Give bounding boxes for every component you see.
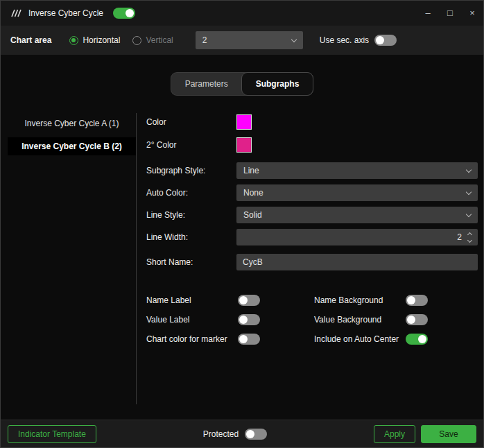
tab-subgraphs[interactable]: Subgraphs — [242, 73, 313, 95]
apply-button[interactable]: Apply — [374, 425, 415, 443]
line-width-row: Line Width: 2 — [146, 229, 478, 245]
chart-area-bar: Chart area Horizontal Vertical 2 Use sec… — [1, 26, 483, 55]
auto-center-label: Include on Auto Center — [314, 334, 406, 344]
protected-toggle[interactable] — [245, 429, 267, 440]
subgraph-style-row: Subgraph Style: Line — [146, 162, 478, 179]
chevron-down-icon — [466, 189, 472, 194]
name-background-toggle[interactable] — [406, 295, 428, 306]
name-label-row: Name Label — [146, 294, 314, 307]
tab-bar: Parameters Subgraphs — [171, 73, 313, 95]
indicator-enabled-toggle[interactable] — [113, 8, 135, 19]
chart-area-label: Chart area — [10, 35, 51, 45]
horizontal-radio-label: Horizontal — [83, 35, 120, 45]
tab-parameters-label: Parameters — [185, 79, 228, 89]
line-style-label: Line Style: — [146, 210, 236, 220]
short-name-label: Short Name: — [146, 257, 236, 267]
value-background-row: Value Background — [314, 313, 478, 326]
chart-number-dropdown[interactable]: 2 — [196, 31, 303, 49]
option-toggles: Name Label Name Background Value Label V… — [146, 294, 478, 345]
line-width-value: 2 — [457, 232, 462, 242]
list-item-cycle-b[interactable]: Inverse Cyber Cycle B (2) — [8, 137, 136, 155]
chevron-up-icon — [467, 232, 472, 236]
indicator-template-button[interactable]: Indicator Template — [8, 425, 96, 443]
window-title: Inverse Cyber Cycle — [28, 8, 103, 18]
subgraph-list: Inverse Cyber Cycle A (1) Inverse Cyber … — [8, 113, 137, 404]
indicator-settings-window: Inverse Cyber Cycle – □ × Chart area Hor… — [0, 0, 484, 448]
color2-label: 2° Color — [146, 140, 236, 150]
subgraph-style-label: Subgraph Style: — [146, 166, 236, 175]
use-sec-axis-toggle[interactable] — [374, 35, 397, 46]
list-item-label: Inverse Cyber Cycle A (1) — [24, 119, 119, 128]
auto-color-value: None — [243, 188, 263, 198]
use-sec-axis-label: Use sec. axis — [320, 35, 369, 45]
color-row: Color — [146, 113, 478, 131]
chart-color-marker-label: Chart color for marker — [146, 334, 238, 344]
list-item-cycle-a[interactable]: Inverse Cyber Cycle A (1) — [8, 114, 136, 132]
subgraphs-content: Inverse Cyber Cycle A (1) Inverse Cyber … — [1, 113, 483, 404]
name-label-toggle[interactable] — [238, 295, 260, 306]
main-area: Parameters Subgraphs Inverse Cyber Cycle… — [1, 55, 483, 420]
value-label-label: Value Label — [146, 315, 238, 325]
chart-color-marker-row: Chart color for marker — [146, 333, 314, 345]
color-swatch[interactable] — [236, 114, 252, 130]
color2-swatch[interactable] — [236, 137, 252, 153]
titlebar: Inverse Cyber Cycle – □ × — [1, 1, 483, 26]
radio-icon — [69, 36, 78, 45]
name-background-label: Name Background — [314, 295, 406, 305]
short-name-input[interactable] — [236, 254, 478, 270]
subgraph-form: Color 2° Color Subgraph Style: Line Auto… — [137, 113, 483, 404]
line-style-row: Line Style: Solid — [146, 207, 478, 223]
chart-color-marker-toggle[interactable] — [238, 334, 260, 345]
minimize-button[interactable]: – — [417, 1, 439, 26]
value-label-toggle[interactable] — [238, 314, 260, 325]
chevron-down-icon — [291, 36, 297, 42]
orientation-radio-horizontal[interactable]: Horizontal — [69, 35, 120, 45]
close-button[interactable]: × — [461, 1, 483, 26]
value-background-label: Value Background — [314, 315, 406, 325]
app-icon — [9, 8, 21, 18]
list-item-label: Inverse Cyber Cycle B (2) — [21, 141, 122, 151]
tab-subgraphs-label: Subgraphs — [256, 79, 300, 89]
subgraph-style-value: Line — [243, 166, 259, 175]
save-button[interactable]: Save — [421, 425, 476, 443]
tab-parameters[interactable]: Parameters — [171, 73, 242, 95]
color-label: Color — [146, 117, 236, 127]
chart-number-value: 2 — [202, 35, 207, 45]
spinner-arrows-icon[interactable] — [468, 233, 472, 242]
subgraph-style-dropdown[interactable]: Line — [236, 162, 478, 179]
value-background-toggle[interactable] — [406, 314, 428, 325]
line-style-dropdown[interactable]: Solid — [236, 207, 478, 223]
vertical-radio-label: Vertical — [146, 35, 173, 45]
line-width-spinner[interactable]: 2 — [236, 229, 478, 245]
name-background-row: Name Background — [314, 294, 478, 307]
value-label-row: Value Label — [146, 313, 314, 326]
line-style-value: Solid — [243, 210, 262, 220]
auto-center-row: Include on Auto Center — [314, 333, 478, 345]
orientation-radio-vertical[interactable]: Vertical — [132, 35, 173, 45]
auto-color-label: Auto Color: — [146, 188, 236, 198]
name-label-label: Name Label — [146, 295, 238, 305]
auto-color-row: Auto Color: None — [146, 184, 478, 201]
protected-label: Protected — [203, 429, 239, 439]
auto-center-toggle[interactable] — [406, 334, 428, 345]
chevron-down-icon — [466, 211, 472, 216]
footer-bar: Indicator Template Protected Apply Save — [1, 420, 483, 447]
maximize-button[interactable]: □ — [439, 1, 461, 26]
tabs-row: Parameters Subgraphs — [1, 73, 483, 95]
radio-icon — [132, 36, 141, 45]
line-width-label: Line Width: — [146, 232, 236, 242]
auto-color-dropdown[interactable]: None — [236, 184, 478, 201]
short-name-row: Short Name: — [146, 254, 478, 270]
chevron-down-icon — [466, 166, 472, 172]
color2-row: 2° Color — [146, 136, 478, 154]
chevron-down-icon — [467, 237, 472, 242]
